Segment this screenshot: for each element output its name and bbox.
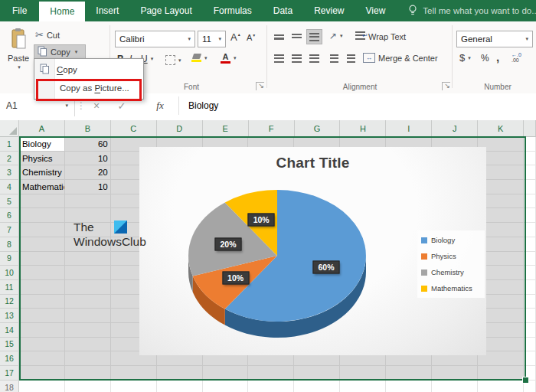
- cell-k18[interactable]: [478, 381, 524, 392]
- align-bottom-button[interactable]: [306, 29, 322, 44]
- cell-a12[interactable]: [19, 295, 65, 309]
- cell-f17[interactable]: [248, 366, 294, 381]
- cell-j18[interactable]: [432, 381, 478, 392]
- cell-a1[interactable]: Biology: [19, 137, 65, 152]
- cell-b3[interactable]: 20: [65, 165, 111, 180]
- alignment-dialog-launcher[interactable]: ↘: [442, 82, 450, 90]
- currency-button[interactable]: $ ▾: [459, 52, 471, 64]
- formula-input[interactable]: Biology: [188, 95, 218, 116]
- cell-b4[interactable]: 10: [65, 180, 111, 194]
- cell-i17[interactable]: [386, 366, 432, 381]
- column-header-a[interactable]: A: [19, 120, 65, 137]
- legend-item-mathematics[interactable]: Mathematics: [421, 284, 481, 292]
- insert-function-button[interactable]: fx: [150, 95, 170, 116]
- cell-a13[interactable]: [19, 309, 65, 323]
- row-header-6[interactable]: 6: [0, 208, 19, 223]
- cell-b1[interactable]: 60: [65, 137, 111, 152]
- cell-c17[interactable]: [111, 366, 157, 381]
- copy-dropdown-icon[interactable]: ▾: [75, 49, 78, 55]
- row-header-3[interactable]: 3: [0, 165, 19, 180]
- cell-b10[interactable]: [65, 266, 111, 280]
- grow-font-button[interactable]: A ▲: [230, 31, 241, 43]
- font-dialog-launcher[interactable]: ↘: [256, 82, 264, 90]
- number-format-select[interactable]: General ▾: [456, 31, 533, 47]
- column-header-e[interactable]: E: [203, 120, 249, 137]
- cell-a16[interactable]: [19, 351, 65, 366]
- cell-b13[interactable]: [65, 309, 111, 323]
- row-header-1[interactable]: 1: [0, 137, 19, 152]
- row-header-18[interactable]: 18: [0, 381, 19, 392]
- cell-a17[interactable]: [19, 366, 65, 381]
- cell-a10[interactable]: [19, 266, 65, 280]
- cell-f18[interactable]: [248, 381, 294, 392]
- column-header-d[interactable]: D: [157, 120, 203, 137]
- cell-a18[interactable]: [19, 381, 65, 392]
- increase-decimal-button[interactable]: ←.0 .00: [511, 52, 521, 63]
- cell-a8[interactable]: [19, 237, 65, 252]
- row-header-10[interactable]: 10: [0, 266, 19, 280]
- fill-handle[interactable]: [522, 377, 529, 384]
- align-top-button[interactable]: [271, 29, 287, 44]
- cell-b12[interactable]: [65, 295, 111, 309]
- cell-e17[interactable]: [203, 366, 249, 381]
- column-header-b[interactable]: B: [65, 120, 111, 137]
- cell-a14[interactable]: [19, 323, 65, 338]
- tab-file[interactable]: File: [0, 0, 39, 21]
- align-center-button[interactable]: [289, 51, 305, 66]
- cell-a11[interactable]: [19, 280, 65, 295]
- cell-a7[interactable]: [19, 223, 65, 237]
- align-right-button[interactable]: [306, 51, 322, 66]
- cell-b18[interactable]: [65, 381, 111, 392]
- paste-button[interactable]: Paste ▾: [5, 28, 32, 77]
- borders-button[interactable]: ▾: [165, 55, 181, 65]
- tab-review[interactable]: Review: [303, 0, 355, 21]
- row-header-8[interactable]: 8: [0, 237, 19, 252]
- fill-color-button[interactable]: ▾: [191, 54, 208, 62]
- cell-a2[interactable]: Physics: [19, 152, 65, 166]
- cell-e18[interactable]: [203, 381, 249, 392]
- font-color-button[interactable]: A ▾: [221, 53, 237, 64]
- tell-me-box[interactable]: Tell me what you want to do...: [408, 0, 536, 21]
- tab-formulas[interactable]: Formulas: [203, 0, 263, 21]
- cell-d18[interactable]: [157, 381, 203, 392]
- row-header-16[interactable]: 16: [0, 351, 19, 366]
- row-header-5[interactable]: 5: [0, 194, 19, 209]
- copy-button[interactable]: Copy ▾: [34, 44, 86, 60]
- comma-style-button[interactable]: ,: [496, 51, 499, 64]
- column-header-j[interactable]: J: [432, 120, 478, 137]
- tab-insert[interactable]: Insert: [85, 0, 129, 21]
- legend-item-chemistry[interactable]: Chemistry: [421, 268, 481, 276]
- align-middle-button[interactable]: [289, 29, 305, 44]
- cell-b11[interactable]: [65, 280, 111, 295]
- cell-g17[interactable]: [294, 366, 340, 381]
- column-header-c[interactable]: C: [111, 120, 157, 137]
- cell-b14[interactable]: [65, 323, 111, 338]
- cell-k17[interactable]: [478, 366, 524, 381]
- chart-legend[interactable]: BiologyPhysicsChemistryMathematics: [417, 230, 485, 298]
- row-header-15[interactable]: 15: [0, 338, 19, 352]
- cell-b2[interactable]: 10: [65, 152, 111, 166]
- shrink-font-button[interactable]: A ▼: [247, 33, 256, 42]
- wrap-text-button[interactable]: ↩ Wrap Text: [355, 31, 406, 41]
- cell-b9[interactable]: [65, 252, 111, 266]
- column-header-h[interactable]: H: [340, 120, 386, 137]
- font-family-select[interactable]: Calibri ▾: [115, 31, 195, 47]
- menu-item-copy[interactable]: Copy: [34, 60, 143, 79]
- row-header-17[interactable]: 17: [0, 366, 19, 381]
- legend-item-physics[interactable]: Physics: [421, 252, 481, 260]
- column-header-i[interactable]: I: [386, 120, 432, 137]
- cell-a4[interactable]: Mathematics: [19, 180, 65, 194]
- column-header-f[interactable]: F: [249, 120, 295, 137]
- cell-c18[interactable]: [111, 381, 157, 392]
- cell-b16[interactable]: [65, 351, 111, 366]
- font-size-select[interactable]: 11 ▾: [198, 31, 226, 47]
- cell-h17[interactable]: [340, 366, 386, 381]
- align-left-button[interactable]: [271, 51, 287, 66]
- select-all-button[interactable]: [0, 120, 19, 137]
- cell-g18[interactable]: [294, 381, 340, 392]
- cell-a5[interactable]: [19, 194, 65, 209]
- row-header-14[interactable]: 14: [0, 323, 19, 338]
- row-header-9[interactable]: 9: [0, 252, 19, 266]
- cut-button[interactable]: ✂ Cut: [35, 29, 60, 41]
- pie-chart[interactable]: Chart Title 60%10%20%10% BiologyPhysicsC…: [139, 147, 486, 355]
